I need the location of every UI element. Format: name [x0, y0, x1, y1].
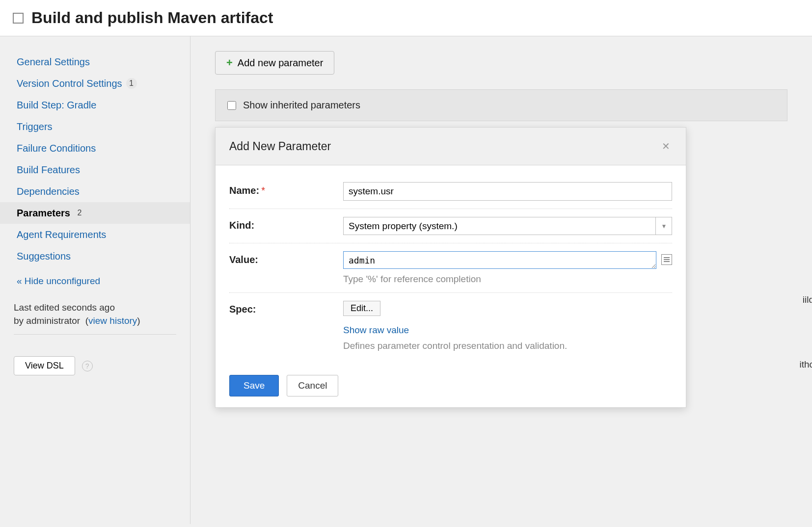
sidebar-item-label: Dependencies [17, 184, 80, 198]
last-edited-value: seconds ago [62, 302, 115, 313]
close-icon[interactable]: ✕ [660, 138, 672, 154]
help-icon[interactable]: ? [82, 361, 93, 371]
view-dsl-button[interactable]: View DSL [14, 356, 75, 375]
save-button[interactable]: Save [229, 375, 279, 396]
view-history-link[interactable]: view history [88, 316, 137, 326]
sidebar: General Settings Version Control Setting… [0, 36, 190, 524]
spec-label: Spec: [229, 301, 343, 315]
cancel-button[interactable]: Cancel [287, 375, 338, 396]
kind-select[interactable]: System property (system.) [343, 217, 672, 235]
dialog-footer: Save Cancel [216, 364, 686, 407]
sidebar-item-label: Suggestions [17, 249, 71, 263]
by-value: administrator [26, 316, 80, 326]
page-header: Build and publish Maven artifact [0, 0, 812, 36]
dialog-title: Add New Parameter [229, 140, 331, 153]
add-parameter-label: Add new parameter [238, 57, 324, 69]
expand-editor-icon[interactable] [661, 254, 672, 265]
value-hint: Type '%' for reference completion [343, 274, 672, 285]
count-badge: 1 [126, 78, 137, 89]
kind-label: Kind: [229, 217, 343, 231]
page-title: Build and publish Maven artifact [31, 9, 273, 27]
sidebar-item-build-features[interactable]: Build Features [0, 159, 190, 181]
sidebar-item-triggers[interactable]: Triggers [0, 116, 190, 137]
sidebar-item-dependencies[interactable]: Dependencies [0, 181, 190, 202]
value-label: Value: [229, 251, 343, 265]
sidebar-item-suggestions[interactable]: Suggestions [0, 245, 190, 267]
sidebar-item-vcs-settings[interactable]: Version Control Settings 1 [0, 73, 190, 94]
sidebar-item-failure-conditions[interactable]: Failure Conditions [0, 137, 190, 159]
last-edited-meta: Last edited seconds ago by administrator… [0, 287, 190, 327]
sidebar-item-parameters[interactable]: Parameters 2 [0, 202, 190, 224]
by-label: by [14, 316, 24, 326]
edit-spec-button[interactable]: Edit... [343, 301, 380, 316]
plus-icon: + [226, 56, 233, 69]
sidebar-item-agent-requirements[interactable]: Agent Requirements [0, 224, 190, 245]
dialog-header: Add New Parameter ✕ [216, 128, 686, 165]
show-inherited-checkbox[interactable] [227, 101, 236, 110]
name-label: Name:* [229, 182, 343, 196]
main-content: + Add new parameter Show inherited param… [190, 36, 812, 524]
show-inherited-label: Show inherited parameters [243, 100, 360, 111]
sidebar-item-label: Parameters [17, 206, 70, 220]
sidebar-item-general-settings[interactable]: General Settings [0, 51, 190, 73]
sidebar-item-label: Build Features [17, 163, 80, 177]
sidebar-item-label: Triggers [17, 120, 53, 133]
obscured-text: iild [803, 294, 812, 305]
sidebar-item-label: General Settings [17, 55, 90, 69]
sidebar-item-label: Failure Conditions [17, 141, 96, 155]
count-badge: 2 [74, 208, 85, 218]
value-input[interactable]: admin [343, 251, 656, 269]
add-parameter-button[interactable]: + Add new parameter [215, 51, 334, 75]
build-config-icon [13, 13, 24, 24]
sidebar-item-build-step[interactable]: Build Step: Gradle [0, 94, 190, 116]
sidebar-item-label: Agent Requirements [17, 228, 106, 241]
obscured-text: ithc [799, 359, 812, 370]
add-parameter-dialog: Add New Parameter ✕ Name:* Kind: [215, 127, 686, 408]
last-edited-label: Last edited [14, 302, 59, 313]
show-raw-value-link[interactable]: Show raw value [343, 325, 672, 336]
sidebar-item-label: Build Step: Gradle [17, 98, 96, 112]
name-input[interactable] [343, 182, 672, 201]
hide-unconfigured-link[interactable]: « Hide unconfigured [0, 267, 190, 287]
sidebar-divider [14, 334, 176, 335]
spec-hint: Defines parameter control presentation a… [343, 341, 672, 351]
show-inherited-box: Show inherited parameters [215, 89, 787, 121]
sidebar-item-label: Version Control Settings [17, 77, 122, 90]
